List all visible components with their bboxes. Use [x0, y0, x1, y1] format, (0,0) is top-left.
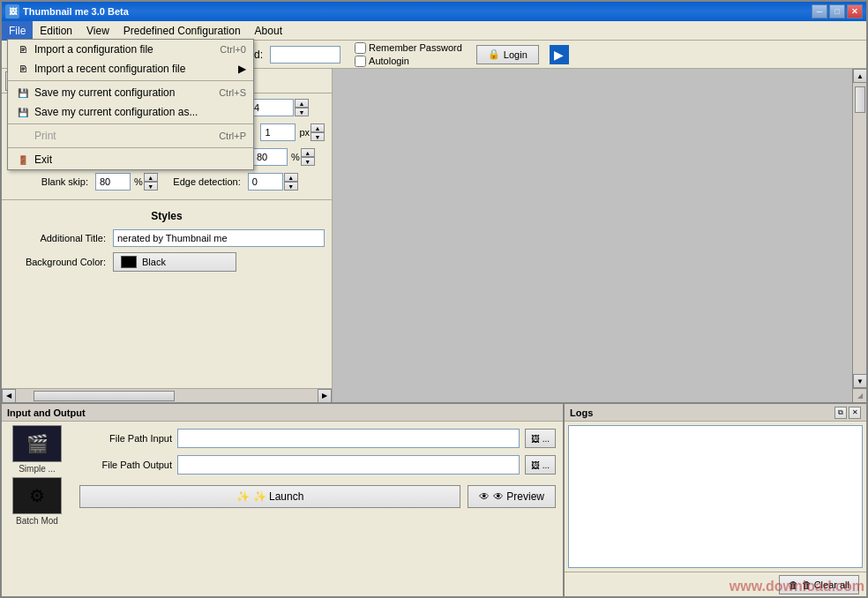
columns-input[interactable] [250, 99, 294, 116]
browse-output-button[interactable]: 🖼 ... [525, 455, 556, 475]
file-path-output-row: File Path Output 🖼 ... [79, 455, 556, 475]
additional-title-label: Additional Title: [9, 233, 106, 243]
blank-skip-down-button[interactable]: ▼ [144, 182, 158, 191]
logs-panel-controls: ⧉ ✕ [834, 407, 861, 419]
scroll-up-button[interactable]: ▲ [853, 69, 866, 83]
file-path-output[interactable] [177, 455, 520, 475]
main-window: 🖼 Thumbnail me 3.0 Beta ─ □ ✕ File Editi… [0, 0, 868, 598]
import-config-icon: 🖹 [15, 43, 31, 56]
styles-section: Styles Additional Title: Background Colo… [2, 203, 332, 280]
quality-up-button[interactable]: ▲ [301, 148, 315, 157]
blank-skip-input[interactable] [95, 173, 131, 191]
minimize-button[interactable]: ─ [812, 4, 827, 19]
v-scroll-track[interactable] [853, 83, 866, 374]
login-button[interactable]: 🔒 Login [476, 45, 539, 64]
quality-input[interactable] [252, 148, 288, 166]
title-bar: 🖼 Thumbnail me 3.0 Beta ─ □ ✕ [2, 2, 866, 21]
additional-title-row: Additional Title: [9, 229, 325, 247]
autologin-checkbox[interactable] [355, 56, 366, 67]
h-scroll-track[interactable] [16, 389, 318, 402]
logs-panel: Logs ⧉ ✕ 🗑 🗑 Clear all www.download.com [565, 404, 866, 596]
menu-import-config[interactable]: 🖹 Import a configuration file Ctrl+0 [8, 40, 253, 59]
logs-panel-header: Logs ⧉ ✕ [565, 404, 866, 422]
preset-batch-thumb: ⚙ [12, 477, 62, 514]
password-input[interactable] [270, 46, 340, 64]
save-as-icon: 💾 [15, 106, 31, 118]
autologin-row[interactable]: Autologin [355, 56, 462, 67]
menu-save-as[interactable]: 💾 Save my current configuration as... [8, 102, 253, 122]
file-path-input-label: File Path Input [79, 433, 172, 444]
file-path-input-row: File Path Input 🖼 ... [79, 429, 556, 448]
scroll-down-button[interactable]: ▼ [853, 374, 866, 388]
menu-about[interactable]: About [248, 21, 289, 41]
bottom-section: Input and Output 🎬 Simple ... ⚙ [2, 402, 866, 596]
menu-file[interactable]: File [2, 21, 33, 41]
io-fields: File Path Input 🖼 ... File Path Output 🖼… [72, 422, 563, 596]
h-scroll-thumb[interactable] [34, 391, 175, 401]
menu-save-current[interactable]: 💾 Save my current configuration Ctrl+S [8, 83, 253, 102]
preset-simple-label: Simple ... [19, 464, 56, 474]
close-button[interactable]: ✕ [847, 4, 863, 19]
menu-edition[interactable]: Edition [33, 21, 79, 41]
gap-up-button[interactable]: ▲ [311, 123, 325, 132]
blank-skip-up-button[interactable]: ▲ [144, 173, 158, 182]
background-color-button[interactable]: Black [113, 252, 236, 272]
browse-input-button[interactable]: 🖼 ... [525, 429, 556, 448]
preview-button[interactable]: 👁 👁 Preview [468, 485, 556, 508]
logs-panel-title: Logs [570, 407, 593, 418]
preset-batch-label: Batch Mod [16, 516, 58, 526]
io-main: 🎬 Simple ... ⚙ Batch Mod File Path Inp [2, 422, 563, 596]
file-path-input[interactable] [177, 429, 520, 448]
preview-panel: ▲ ▼ ◢ [333, 69, 866, 402]
resize-grip[interactable]: ◢ [853, 388, 866, 402]
maximize-button[interactable]: □ [829, 4, 845, 19]
browse-output-icon: 🖼 [531, 460, 540, 470]
v-scroll-thumb[interactable] [855, 86, 865, 113]
menu-separator-1 [8, 80, 253, 81]
color-swatch [121, 256, 137, 268]
window-controls: ─ □ ✕ [812, 4, 863, 19]
exit-icon: 🚪 [15, 153, 31, 166]
save-icon: 💾 [15, 86, 31, 99]
menu-separator-3 [8, 147, 253, 148]
columns-up-button[interactable]: ▲ [295, 99, 309, 108]
logs-close-button[interactable]: ✕ [849, 407, 861, 419]
edge-detection-input[interactable] [248, 173, 283, 191]
navigate-button[interactable]: ▶ [550, 45, 569, 64]
window-title: Thumbnail me 3.0 Beta [23, 6, 812, 17]
gap-input[interactable] [260, 123, 296, 141]
preset-simple-thumb: 🎬 [12, 425, 62, 462]
menu-exit[interactable]: 🚪 Exit [8, 150, 253, 169]
print-icon [15, 130, 31, 142]
io-panel-title: Input and Output [7, 407, 86, 418]
preset-sidebar: 🎬 Simple ... ⚙ Batch Mod [2, 422, 72, 596]
clear-all-button[interactable]: 🗑 🗑 Clear all [779, 575, 859, 594]
menu-import-recent[interactable]: 🖹 Import a recent configuration file ▶ [8, 59, 253, 78]
menu-view[interactable]: View [79, 21, 116, 41]
menu-predefined[interactable]: Predefined Configuration [116, 21, 248, 41]
h-scrollbar: ◀ ▶ [2, 388, 332, 402]
remember-password-checkbox[interactable] [355, 42, 366, 54]
logs-restore-button[interactable]: ⧉ [834, 407, 847, 419]
launch-icon: ✨ [236, 490, 250, 503]
lock-icon: 🔒 [488, 49, 500, 60]
scroll-left-button[interactable]: ◀ [2, 389, 16, 403]
scroll-right-button[interactable]: ▶ [318, 389, 332, 403]
menu-separator-2 [8, 123, 253, 124]
preset-simple[interactable]: 🎬 Simple ... [5, 425, 69, 474]
edge-up-button[interactable]: ▲ [284, 173, 298, 182]
blank-skip-row: Blank skip: % ▲ ▼ Edge detection: ▲ ▼ [9, 171, 325, 192]
remember-password-row[interactable]: Remember Password [355, 42, 462, 54]
edge-detection-label: Edge detection: [161, 176, 241, 187]
gap-down-button[interactable]: ▼ [311, 132, 325, 141]
background-color-label: Background Color: [9, 257, 106, 267]
io-panel: Input and Output 🎬 Simple ... ⚙ [2, 404, 565, 596]
background-color-row: Background Color: Black [9, 252, 325, 272]
additional-title-input[interactable] [113, 229, 325, 247]
edge-down-button[interactable]: ▼ [284, 182, 298, 191]
launch-button[interactable]: ✨ ✨ Launch [79, 485, 460, 508]
quality-down-button[interactable]: ▼ [301, 157, 315, 166]
menu-print: Print Ctrl+P [8, 126, 253, 146]
columns-down-button[interactable]: ▼ [295, 108, 309, 116]
preset-batch[interactable]: ⚙ Batch Mod [5, 477, 69, 526]
